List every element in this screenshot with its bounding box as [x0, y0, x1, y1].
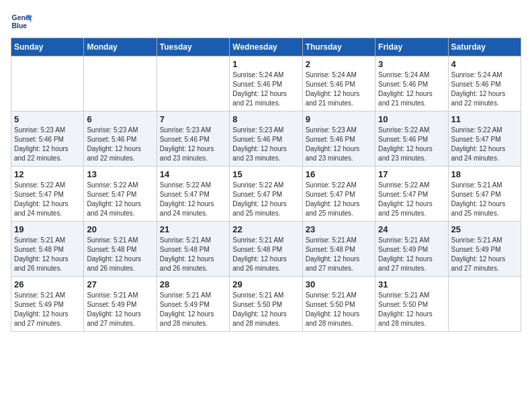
weekday-header-monday: Monday: [84, 38, 157, 56]
day-info: Sunrise: 5:24 AM Sunset: 5:46 PM Dayligh…: [306, 71, 372, 108]
day-number: 1: [232, 59, 299, 69]
day-number: 18: [451, 169, 518, 179]
calendar-cell: 15Sunrise: 5:22 AM Sunset: 5:47 PM Dayli…: [230, 167, 302, 222]
day-number: 2: [306, 59, 372, 69]
day-info: Sunrise: 5:21 AM Sunset: 5:48 PM Dayligh…: [160, 236, 226, 273]
day-info: Sunrise: 5:24 AM Sunset: 5:46 PM Dayligh…: [232, 71, 299, 108]
day-number: 6: [87, 114, 153, 124]
calendar-cell: 16Sunrise: 5:22 AM Sunset: 5:47 PM Dayli…: [302, 167, 375, 222]
calendar-cell: 4Sunrise: 5:24 AM Sunset: 5:46 PM Daylig…: [448, 56, 521, 111]
day-number: 23: [306, 224, 372, 234]
calendar-cell: 26Sunrise: 5:21 AM Sunset: 5:49 PM Dayli…: [11, 277, 84, 332]
day-number: 7: [160, 114, 226, 124]
calendar-cell: 2Sunrise: 5:24 AM Sunset: 5:46 PM Daylig…: [302, 56, 375, 111]
day-number: 28: [160, 279, 226, 289]
day-info: Sunrise: 5:21 AM Sunset: 5:49 PM Dayligh…: [14, 291, 81, 328]
calendar-cell: [448, 277, 521, 332]
weekday-header-wednesday: Wednesday: [230, 38, 302, 56]
logo: General Blue: [11, 11, 32, 32]
weekday-header-sunday: Sunday: [11, 38, 84, 56]
day-number: 17: [378, 169, 445, 179]
day-number: 25: [451, 224, 518, 234]
day-number: 12: [14, 169, 81, 179]
calendar-cell: 13Sunrise: 5:22 AM Sunset: 5:47 PM Dayli…: [84, 167, 157, 222]
day-info: Sunrise: 5:23 AM Sunset: 5:46 PM Dayligh…: [160, 126, 226, 163]
day-info: Sunrise: 5:21 AM Sunset: 5:48 PM Dayligh…: [14, 236, 81, 273]
calendar-cell: 23Sunrise: 5:21 AM Sunset: 5:48 PM Dayli…: [302, 222, 375, 277]
day-info: Sunrise: 5:21 AM Sunset: 5:48 PM Dayligh…: [87, 236, 153, 273]
day-info: Sunrise: 5:21 AM Sunset: 5:50 PM Dayligh…: [306, 291, 372, 328]
day-info: Sunrise: 5:22 AM Sunset: 5:47 PM Dayligh…: [378, 181, 445, 218]
day-info: Sunrise: 5:21 AM Sunset: 5:48 PM Dayligh…: [306, 236, 372, 273]
calendar-cell: 31Sunrise: 5:21 AM Sunset: 5:50 PM Dayli…: [375, 277, 448, 332]
day-info: Sunrise: 5:24 AM Sunset: 5:46 PM Dayligh…: [451, 71, 518, 108]
day-number: 21: [160, 224, 226, 234]
calendar-cell: [157, 56, 229, 111]
day-info: Sunrise: 5:23 AM Sunset: 5:46 PM Dayligh…: [306, 126, 372, 163]
day-info: Sunrise: 5:22 AM Sunset: 5:47 PM Dayligh…: [451, 126, 518, 163]
day-number: 31: [378, 279, 445, 289]
calendar-week-3: 12Sunrise: 5:22 AM Sunset: 5:47 PM Dayli…: [11, 167, 521, 222]
day-info: Sunrise: 5:21 AM Sunset: 5:49 PM Dayligh…: [160, 291, 226, 328]
day-info: Sunrise: 5:21 AM Sunset: 5:47 PM Dayligh…: [451, 181, 518, 218]
day-number: 26: [14, 279, 81, 289]
calendar-cell: 20Sunrise: 5:21 AM Sunset: 5:48 PM Dayli…: [84, 222, 157, 277]
day-number: 15: [232, 169, 299, 179]
calendar-cell: 1Sunrise: 5:24 AM Sunset: 5:46 PM Daylig…: [230, 56, 302, 111]
day-info: Sunrise: 5:23 AM Sunset: 5:46 PM Dayligh…: [87, 126, 153, 163]
calendar-cell: 9Sunrise: 5:23 AM Sunset: 5:46 PM Daylig…: [302, 111, 375, 167]
day-number: 16: [306, 169, 372, 179]
day-number: 29: [232, 279, 299, 289]
day-info: Sunrise: 5:21 AM Sunset: 5:48 PM Dayligh…: [232, 236, 299, 273]
calendar-cell: 14Sunrise: 5:22 AM Sunset: 5:47 PM Dayli…: [157, 167, 229, 222]
calendar-cell: 28Sunrise: 5:21 AM Sunset: 5:49 PM Dayli…: [157, 277, 229, 332]
day-info: Sunrise: 5:23 AM Sunset: 5:46 PM Dayligh…: [232, 126, 299, 163]
day-number: 8: [232, 114, 299, 124]
svg-text:Blue: Blue: [12, 22, 28, 30]
day-info: Sunrise: 5:22 AM Sunset: 5:47 PM Dayligh…: [232, 181, 299, 218]
calendar-cell: 21Sunrise: 5:21 AM Sunset: 5:48 PM Dayli…: [157, 222, 229, 277]
weekday-header-thursday: Thursday: [302, 38, 375, 56]
calendar-cell: 6Sunrise: 5:23 AM Sunset: 5:46 PM Daylig…: [84, 111, 157, 167]
calendar-week-5: 26Sunrise: 5:21 AM Sunset: 5:49 PM Dayli…: [11, 277, 521, 332]
day-info: Sunrise: 5:23 AM Sunset: 5:46 PM Dayligh…: [14, 126, 81, 163]
weekday-header-friday: Friday: [375, 38, 448, 56]
day-number: 9: [306, 114, 372, 124]
weekday-header-saturday: Saturday: [448, 38, 521, 56]
weekday-header-tuesday: Tuesday: [157, 38, 229, 56]
day-info: Sunrise: 5:22 AM Sunset: 5:47 PM Dayligh…: [160, 181, 226, 218]
calendar-week-2: 5Sunrise: 5:23 AM Sunset: 5:46 PM Daylig…: [11, 111, 521, 167]
day-number: 13: [87, 169, 153, 179]
calendar-cell: 8Sunrise: 5:23 AM Sunset: 5:46 PM Daylig…: [230, 111, 302, 167]
day-info: Sunrise: 5:22 AM Sunset: 5:47 PM Dayligh…: [87, 181, 153, 218]
day-number: 22: [232, 224, 299, 234]
calendar-week-1: 1Sunrise: 5:24 AM Sunset: 5:46 PM Daylig…: [11, 56, 521, 111]
day-number: 20: [87, 224, 153, 234]
day-number: 4: [451, 59, 518, 69]
day-info: Sunrise: 5:21 AM Sunset: 5:49 PM Dayligh…: [378, 236, 445, 273]
day-info: Sunrise: 5:21 AM Sunset: 5:49 PM Dayligh…: [451, 236, 518, 273]
calendar-cell: 29Sunrise: 5:21 AM Sunset: 5:50 PM Dayli…: [230, 277, 302, 332]
day-number: 24: [378, 224, 445, 234]
day-number: 30: [306, 279, 372, 289]
calendar-cell: [11, 56, 84, 111]
calendar-table: SundayMondayTuesdayWednesdayThursdayFrid…: [11, 38, 521, 332]
calendar-cell: [84, 56, 157, 111]
day-info: Sunrise: 5:21 AM Sunset: 5:50 PM Dayligh…: [232, 291, 299, 328]
logo-icon: General Blue: [11, 11, 32, 32]
calendar-cell: 10Sunrise: 5:22 AM Sunset: 5:46 PM Dayli…: [375, 111, 448, 167]
day-info: Sunrise: 5:22 AM Sunset: 5:47 PM Dayligh…: [14, 181, 81, 218]
day-number: 14: [160, 169, 226, 179]
calendar-cell: 18Sunrise: 5:21 AM Sunset: 5:47 PM Dayli…: [448, 167, 521, 222]
calendar-cell: 24Sunrise: 5:21 AM Sunset: 5:49 PM Dayli…: [375, 222, 448, 277]
day-number: 10: [378, 114, 445, 124]
day-number: 11: [451, 114, 518, 124]
day-number: 27: [87, 279, 153, 289]
calendar-cell: 7Sunrise: 5:23 AM Sunset: 5:46 PM Daylig…: [157, 111, 229, 167]
calendar-cell: 27Sunrise: 5:21 AM Sunset: 5:49 PM Dayli…: [84, 277, 157, 332]
day-info: Sunrise: 5:22 AM Sunset: 5:46 PM Dayligh…: [378, 126, 445, 163]
calendar-cell: 11Sunrise: 5:22 AM Sunset: 5:47 PM Dayli…: [448, 111, 521, 167]
day-info: Sunrise: 5:21 AM Sunset: 5:49 PM Dayligh…: [87, 291, 153, 328]
calendar-cell: 3Sunrise: 5:24 AM Sunset: 5:46 PM Daylig…: [375, 56, 448, 111]
day-info: Sunrise: 5:24 AM Sunset: 5:46 PM Dayligh…: [378, 71, 445, 108]
